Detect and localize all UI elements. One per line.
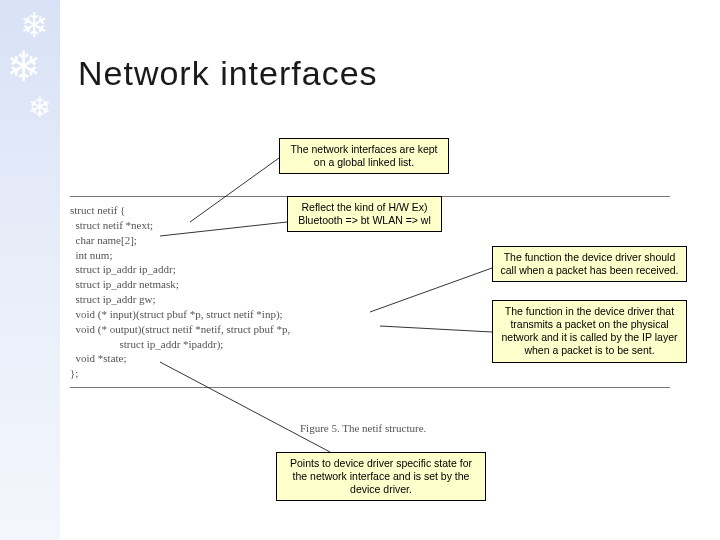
- snowflake-icon: ❄: [6, 46, 41, 88]
- callout-input-fn: The function the device driver should ca…: [492, 246, 687, 282]
- snowflake-icon: ❄: [28, 94, 51, 122]
- callout-state-ptr: Points to device driver specific state f…: [276, 452, 486, 501]
- slide-accent-bar: ❄ ❄ ❄: [0, 0, 60, 540]
- figure-caption: Figure 5. The netif structure.: [300, 422, 426, 434]
- snowflake-icon: ❄: [20, 8, 48, 42]
- slide-title: Network interfaces: [78, 54, 378, 93]
- callout-output-fn: The function in the device driver that t…: [492, 300, 687, 363]
- callout-linked-list: The network interfaces are kept on a glo…: [279, 138, 449, 174]
- callout-hw-kind: Reflect the kind of H/W Ex) Bluetooth =>…: [287, 196, 442, 232]
